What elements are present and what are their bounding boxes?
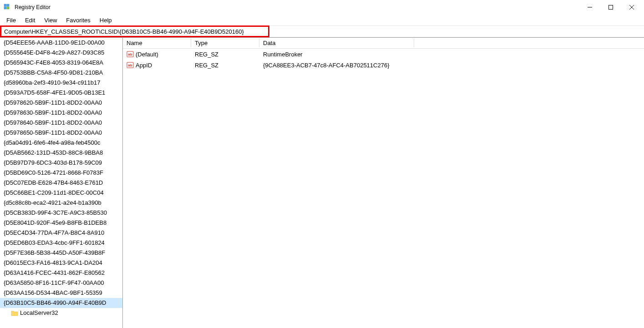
svg-rect-2: [4, 7, 6, 9]
menubar: File Edit View Favorites Help: [0, 15, 644, 25]
tree-item[interactable]: {D5CB383D-99F4-3C7E-A9C3-85B530: [0, 208, 122, 218]
address-input[interactable]: [1, 27, 268, 36]
tree-item[interactable]: {D593A7D5-658F-4FE1-9D05-0B13E1: [0, 88, 122, 98]
svg-text:ab: ab: [128, 52, 132, 56]
tree-item-label: LocalServer32: [20, 309, 58, 317]
values-body[interactable]: ab(Default)REG_SZRuntimeBrokerabAppIDREG…: [123, 49, 644, 328]
value-type-cell: REG_SZ: [191, 51, 259, 58]
menu-help[interactable]: Help: [95, 16, 117, 25]
column-header-name[interactable]: Name: [123, 39, 191, 47]
window-controls: [579, 0, 642, 15]
tree-item[interactable]: {D5F7E36B-5B38-445D-A50F-439B8F: [0, 248, 122, 258]
value-name-text: AppID: [136, 62, 152, 69]
tree-item[interactable]: {D5ED6B03-EDA3-4cbc-9FF1-601824: [0, 238, 122, 248]
tree-item[interactable]: {D5C07EDB-E628-47B4-8463-E761D: [0, 178, 122, 188]
tree-pane[interactable]: {D54EEE56-AAAB-11D0-9E1D-00A00{D555645E-…: [0, 38, 123, 328]
string-value-icon: ab: [127, 61, 134, 69]
tree-item[interactable]: {D5E8041D-920F-45e9-B8FB-B1DEB8: [0, 218, 122, 228]
menu-file[interactable]: File: [2, 16, 20, 25]
addressbar-wrapper: [0, 25, 644, 37]
tree-item[interactable]: {D63A1416-FCEC-4431-862F-E80562: [0, 268, 122, 278]
tree-item[interactable]: {d58960ba-2ef3-4910-9e34-c911b17: [0, 78, 122, 88]
value-name-cell: abAppID: [123, 61, 191, 69]
value-row[interactable]: ab(Default)REG_SZRuntimeBroker: [123, 49, 644, 60]
tree-item[interactable]: {D63AA156-D534-4BAC-9BF1-55359: [0, 288, 122, 298]
svg-rect-5: [609, 5, 613, 10]
close-button[interactable]: [621, 0, 642, 15]
tree-item[interactable]: {D5C66BE1-C209-11d1-8DEC-00C04: [0, 188, 122, 198]
value-type-cell: REG_SZ: [191, 62, 259, 69]
column-header-data[interactable]: Data: [259, 39, 414, 47]
value-name-text: (Default): [136, 51, 158, 58]
maximize-button[interactable]: [600, 0, 621, 15]
menu-favorites[interactable]: Favorites: [61, 16, 95, 25]
tree-item[interactable]: {D565943C-F4E8-4053-8319-064E8A: [0, 58, 122, 68]
value-data-cell: RuntimeBroker: [259, 51, 644, 58]
column-header-type[interactable]: Type: [191, 39, 259, 47]
tree-item[interactable]: {D5978630-5B9F-11D1-8DD2-00AA0: [0, 108, 122, 118]
tree-item[interactable]: {D5978620-5B9F-11D1-8DD2-00AA0: [0, 98, 122, 108]
content-area: {D54EEE56-AAAB-11D0-9E1D-00A00{D555645E-…: [0, 37, 644, 328]
window-title: Registry Editor: [15, 4, 51, 10]
tree-item[interactable]: {D5B97D79-6DC3-403d-B178-59C09: [0, 158, 122, 168]
tree-item[interactable]: {D555645E-D4F8-4c29-A827-D93C85: [0, 48, 122, 58]
values-header: Name Type Data: [123, 38, 644, 49]
svg-text:ab: ab: [128, 63, 132, 67]
value-row[interactable]: abAppIDREG_SZ{9CA88EE3-ACB7-47c8-AFC4-AB…: [123, 60, 644, 71]
tree-item[interactable]: {d5a04d91-6fe6-4fe4-a98a-feb4500c: [0, 138, 122, 148]
tree-item[interactable]: {D63A5850-8F16-11CF-9F47-00AA00: [0, 278, 122, 288]
tree-item[interactable]: {D5753BBB-C5A8-4F50-9D81-210BA: [0, 68, 122, 78]
tree-item[interactable]: {D54EEE56-AAAB-11D0-9E1D-00A00: [0, 38, 122, 48]
tree-item[interactable]: {D5978640-5B9F-11D1-8DD2-00AA0: [0, 118, 122, 128]
tree-item[interactable]: {D5AB5662-131D-453D-88C8-9BBA8: [0, 148, 122, 158]
tree-item[interactable]: {D6015EC3-FA16-4813-9CA1-DA204: [0, 258, 122, 268]
tree-item[interactable]: {D5BD69C0-5126-4721-8668-F0783F: [0, 168, 122, 178]
addressbar-highlighted: [0, 25, 269, 37]
value-name-cell: ab(Default): [123, 50, 191, 58]
value-data-cell: {9CA88EE3-ACB7-47c8-AFC4-AB702511C276}: [259, 62, 644, 69]
menu-view[interactable]: View: [40, 16, 61, 25]
tree-item-selected[interactable]: {D63B10C5-BB46-4990-A94F-E40B9D: [0, 298, 122, 308]
svg-rect-1: [7, 4, 9, 6]
tree-item[interactable]: {d5c88c8b-eca2-4921-a2e4-b1a390b: [0, 198, 122, 208]
menu-edit[interactable]: Edit: [20, 16, 40, 25]
string-value-icon: ab: [127, 50, 134, 58]
tree-item[interactable]: {D5978650-5B9F-11D1-8DD2-00AA0: [0, 128, 122, 138]
tree-item-child[interactable]: LocalServer32: [0, 308, 122, 318]
svg-rect-0: [4, 4, 6, 6]
titlebar: Registry Editor: [0, 0, 644, 15]
folder-icon: [11, 310, 18, 316]
app-icon: [4, 4, 11, 11]
minimize-button[interactable]: [579, 0, 600, 15]
tree-item[interactable]: {D5EC4D34-77DA-4F7A-B8C4-8A910: [0, 228, 122, 238]
svg-rect-3: [7, 7, 9, 9]
values-pane: Name Type Data ab(Default)REG_SZRuntimeB…: [123, 38, 644, 328]
